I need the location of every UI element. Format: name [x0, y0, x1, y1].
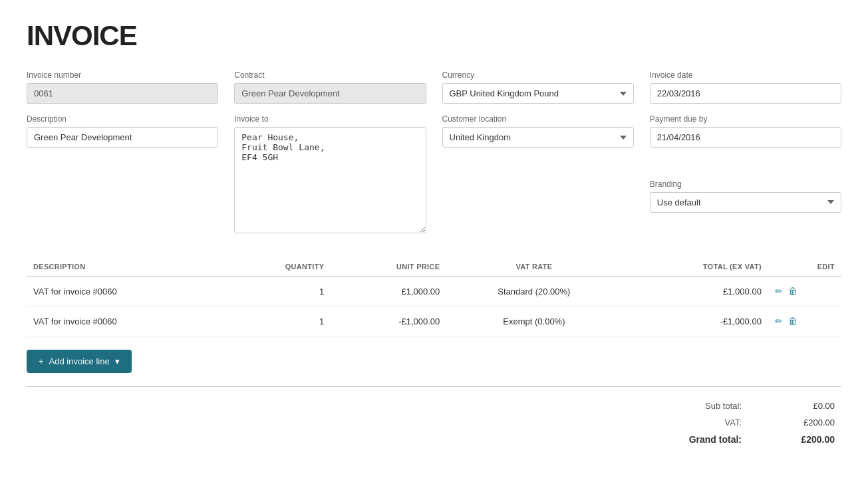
edit-pencil-icon[interactable]: ✏ [775, 286, 783, 297]
col-vat-rate-header: VAT RATE [446, 257, 621, 277]
delete-trash-icon[interactable]: 🗑 [788, 316, 797, 326]
page-title: INVOICE [27, 20, 841, 52]
invoice-to-label: Invoice to [234, 114, 426, 124]
customer-location-group: Customer location United Kingdom [442, 114, 634, 169]
row-description: VAT for invoice #0060 [27, 306, 224, 336]
add-invoice-line-button[interactable]: + Add invoice line ▾ [27, 350, 132, 373]
row-unit-price: £1,000.00 [331, 277, 446, 306]
edit-pencil-icon[interactable]: ✏ [775, 316, 783, 326]
vat-row: VAT: £200.00 [27, 414, 841, 431]
col-unit-price-header: UNIT PRICE [331, 257, 446, 277]
invoice-to-textarea[interactable]: Pear House, Fruit Bowl Lane, EF4 5GH [234, 127, 426, 233]
description-group: Description [27, 114, 218, 169]
plus-icon: + [39, 356, 44, 366]
branding-select[interactable]: Use default [650, 192, 841, 213]
invoice-number-label: Invoice number [27, 70, 218, 80]
payment-due-label: Payment due by [650, 114, 841, 124]
empty-spacer [442, 180, 634, 234]
invoice-date-group: Invoice date [650, 70, 841, 104]
dropdown-arrow-icon: ▾ [115, 356, 120, 366]
row-vat-rate: Exempt (0.00%) [446, 306, 621, 336]
invoice-table-section: DESCRIPTION QUANTITY UNIT PRICE VAT RATE… [27, 257, 841, 448]
payment-due-group: Payment due by [650, 114, 841, 169]
customer-location-label: Customer location [442, 114, 634, 124]
branding-label: Branding [650, 180, 841, 189]
currency-select[interactable]: GBP United Kingdom Pound [442, 83, 634, 104]
col-total-header: TOTAL (EX VAT) [622, 257, 768, 277]
add-line-label: Add invoice line [49, 356, 110, 366]
totals-table: Sub total: £0.00 VAT: £200.00 Grand tota… [27, 398, 841, 448]
contract-input [234, 83, 426, 104]
row-vat-rate: Standard (20.00%) [446, 277, 621, 306]
contract-group: Contract [234, 70, 426, 104]
invoice-to-group: Invoice to Pear House, Fruit Bowl Lane, … [234, 114, 426, 233]
invoice-date-input[interactable] [650, 83, 841, 104]
invoice-number-input [27, 83, 218, 104]
invoice-number-group: Invoice number [27, 70, 218, 104]
table-row: VAT for invoice #0060 1 -£1,000.00 Exemp… [27, 306, 841, 336]
row-unit-price: -£1,000.00 [331, 306, 446, 336]
row-total: £1,000.00 [622, 277, 768, 306]
row-quantity: 1 [224, 277, 331, 306]
contract-label: Contract [234, 70, 426, 80]
sub-total-row: Sub total: £0.00 [27, 398, 841, 414]
col-description-header: DESCRIPTION [27, 257, 224, 277]
row-edit: ✏ 🗑 [768, 306, 841, 336]
col-quantity-header: QUANTITY [224, 257, 331, 277]
description-input[interactable] [27, 127, 218, 148]
grand-total-value: £200.00 [748, 431, 841, 448]
invoice-form: Invoice number Contract Currency GBP Uni… [27, 70, 841, 233]
table-row: VAT for invoice #0060 1 £1,000.00 Standa… [27, 277, 841, 306]
totals-section: Sub total: £0.00 VAT: £200.00 Grand tota… [27, 386, 841, 448]
row-quantity: 1 [224, 306, 331, 336]
delete-trash-icon[interactable]: 🗑 [788, 286, 797, 297]
col-edit-header: EDIT [768, 257, 841, 277]
grand-total-row: Grand total: £200.00 [27, 431, 841, 448]
row-edit: ✏ 🗑 [768, 277, 841, 306]
invoice-table: DESCRIPTION QUANTITY UNIT PRICE VAT RATE… [27, 257, 841, 336]
grand-total-label: Grand total: [597, 431, 749, 448]
vat-value: £200.00 [748, 414, 841, 431]
row-description: VAT for invoice #0060 [27, 277, 224, 306]
payment-due-input[interactable] [650, 127, 841, 148]
customer-location-select[interactable]: United Kingdom [442, 127, 634, 148]
currency-group: Currency GBP United Kingdom Pound [442, 70, 634, 104]
branding-group: Branding Use default [650, 180, 841, 234]
row-total: -£1,000.00 [622, 306, 768, 336]
invoice-date-label: Invoice date [650, 70, 841, 80]
sub-total-value: £0.00 [748, 398, 841, 414]
currency-label: Currency [442, 70, 634, 80]
vat-label: VAT: [597, 414, 749, 431]
sub-total-label: Sub total: [597, 398, 749, 414]
description-label: Description [27, 114, 218, 124]
